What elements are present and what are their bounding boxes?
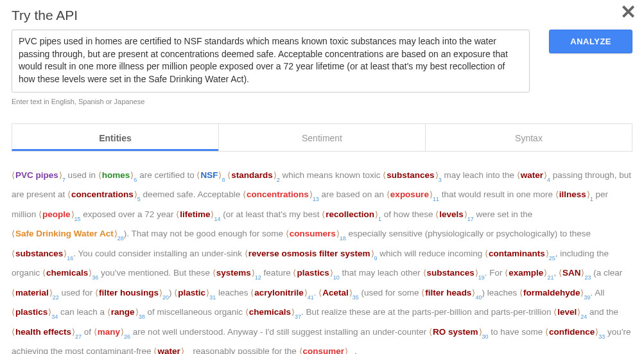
tab-sentiment[interactable]: Sentiment: [218, 123, 426, 151]
analyze-button[interactable]: ANALYZE: [549, 30, 632, 53]
entity-token: ⟨water⟩4: [517, 170, 550, 180]
entity-token: ⟨RO system⟩30: [429, 327, 489, 337]
entity-token: ⟨Acetal⟩35: [318, 288, 359, 297]
tab-syntax[interactable]: Syntax: [425, 123, 632, 151]
entity-token: ⟨acrylonitrile⟩41: [250, 288, 314, 297]
entity-token: ⟨plastics⟩34: [12, 307, 58, 317]
entity-token: ⟨formaldehyde⟩39: [519, 288, 591, 297]
tab-entities[interactable]: Entities: [12, 123, 219, 151]
text-input[interactable]: [12, 30, 530, 93]
textarea-wrap: Enter text in English, Spanish or Japane…: [12, 30, 530, 105]
entity-token: ⟨chemicals⟩36: [42, 268, 98, 278]
entity-token: ⟨concentrations⟩13: [243, 190, 319, 199]
entity-token: ⟨plastic⟩31: [174, 288, 216, 297]
tabs: Entities Sentiment Syntax: [12, 123, 632, 152]
entity-token: ⟨levels⟩17: [435, 209, 474, 219]
entity-token: ⟨people⟩15: [39, 209, 81, 219]
entity-token: ⟨reverse osmosis filter system⟩9: [245, 249, 378, 258]
entity-token: ⟨range⟩38: [107, 307, 145, 317]
entity-token: ⟨illness⟩1: [555, 190, 593, 199]
entity-token: ⟨NSF⟩8: [196, 170, 225, 180]
entity-token: ⟨filter housings⟩20: [95, 288, 169, 297]
entity-token: ⟨PVC pipes⟩7: [12, 170, 65, 180]
entity-token: ⟨contaminants⟩25: [485, 249, 555, 258]
entity-token: ⟨SAN⟩23: [559, 268, 591, 278]
entity-token: ⟨consumers⟩18: [286, 229, 346, 238]
try-api-modal: ✕ Try the API Enter text in English, Spa…: [0, 0, 644, 354]
entity-token: ⟨systems⟩12: [213, 268, 261, 278]
entity-token: ⟨many⟩26: [94, 327, 130, 337]
entity-token: ⟨homes⟩6: [98, 170, 137, 180]
entity-token: ⟨substances⟩3: [383, 170, 441, 180]
modal-title: Try the API: [12, 8, 632, 23]
close-icon[interactable]: ✕: [620, 3, 636, 22]
entity-token: ⟨consumer⟩32: [299, 346, 355, 354]
entity-token: ⟨material⟩22: [12, 288, 59, 297]
entity-token: ⟨health effects⟩27: [12, 327, 82, 337]
entity-token: ⟨Safe Drinking Water Act⟩28: [12, 229, 124, 238]
entity-token: ⟨exposure⟩11: [387, 190, 439, 199]
entity-token: ⟨chemicals⟩37: [245, 307, 301, 317]
entity-token: ⟨lifetime⟩14: [176, 209, 220, 219]
input-hint: Enter text in English, Spanish or Japane…: [12, 98, 530, 105]
entities-result: ⟨PVC pipes⟩7 used in ⟨homes⟩6 are certif…: [12, 166, 632, 354]
entity-token: ⟨water⟩29: [153, 346, 190, 354]
entity-token: ⟨substances⟩19: [423, 268, 485, 278]
entity-token: ⟨plastics⟩10: [293, 268, 339, 278]
entity-token: ⟨filter heads⟩40: [421, 288, 482, 297]
entity-token: ⟨substances⟩16: [12, 249, 73, 258]
entity-token: ⟨concentrations⟩5: [67, 190, 141, 199]
entity-token: ⟨level⟩24: [553, 307, 587, 317]
input-row: Enter text in English, Spanish or Japane…: [12, 30, 632, 105]
entity-token: ⟨recollection⟩1: [322, 209, 381, 219]
entity-token: ⟨confidence⟩33: [545, 327, 605, 337]
entity-token: ⟨standards⟩2: [227, 170, 280, 180]
entity-token: ⟨example⟩21: [505, 268, 553, 278]
